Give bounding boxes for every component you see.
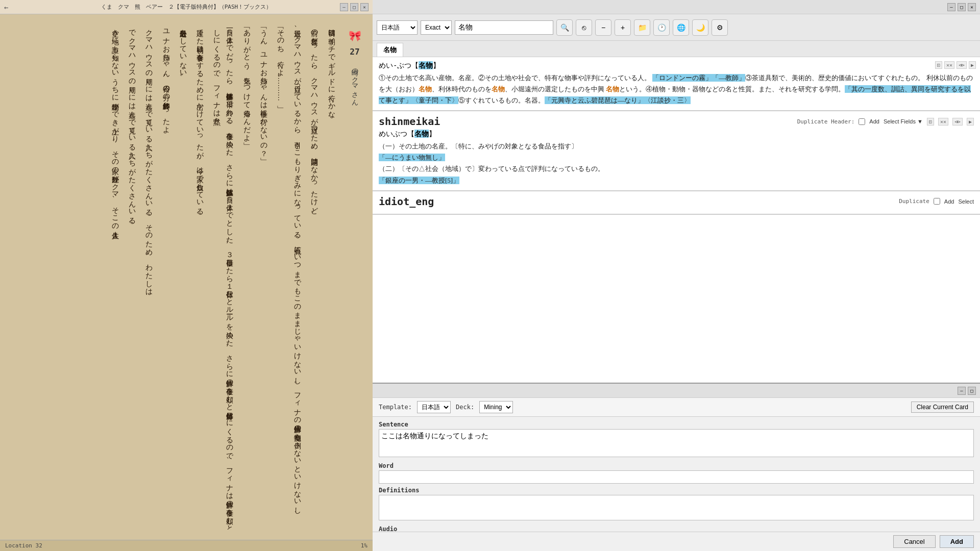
ebook-panel: ← くま クマ 熊 ベアー ２【電子版特典付】（PASH！ブックス） — □ ✕…: [0, 0, 373, 551]
entry2-header: shinmeikai Duplicate Header: Add Select …: [379, 115, 974, 128]
search-bar: 日本語 Exact 🔍 ⎋ − + 📁 🕐 🌐 🌙 ⚙: [373, 14, 980, 41]
entry1-icon1[interactable]: ⊡: [935, 61, 942, 69]
entry1-controls: ⊡ ✕✕ ⊲⊳ ▶: [935, 61, 976, 69]
entry2-reading: めいぶつ【名物】: [379, 130, 974, 139]
language-select[interactable]: 日本語: [377, 20, 418, 35]
bookmark-icon[interactable]: 🎀: [349, 30, 361, 42]
entry2-dict-name: shinmeikai: [379, 115, 440, 128]
anki-titlebar: — □: [373, 384, 980, 398]
dict-entry-3: idiot_eng Duplicate Add Select: [373, 191, 980, 215]
entry3-dict-name: idiot_eng: [379, 195, 434, 208]
add-button[interactable]: Add: [940, 535, 974, 548]
dict-close-button[interactable]: ✕: [968, 3, 976, 11]
zoom-out-button[interactable]: −: [595, 19, 611, 36]
ebook-status-bar: Location 32 1%: [0, 540, 373, 551]
ebook-content: 明日は朝イチでギルドに行くかな。 前の世界だったら、クマハウスが目立つため、問題…: [0, 14, 373, 540]
template-label: Template:: [379, 404, 412, 411]
cancel-button[interactable]: Cancel: [893, 535, 935, 548]
duplicate-header-checkbox[interactable]: [859, 118, 865, 125]
anki-minimize-button[interactable]: —: [958, 387, 966, 395]
page-number: 27: [350, 47, 359, 57]
definitions-field-label: Definitions: [379, 487, 974, 494]
entry2-icon3[interactable]: ⊲⊳: [952, 118, 963, 126]
entry1-reading: めい-ぶつ【名物】: [379, 61, 974, 70]
dictionary-panel: — □ ✕ 日本語 Exact 🔍 ⎋ − + 📁 🕐 🌐 🌙 ⚙ 名物 ⊡ ✕…: [373, 0, 980, 551]
word-field-label: Word: [379, 462, 974, 469]
entry2-select-fields-button[interactable]: Select Fields ▼: [884, 118, 923, 124]
dict-maximize-button[interactable]: □: [958, 3, 966, 11]
entry3-add-button[interactable]: Add: [944, 198, 954, 205]
entry1-icon4[interactable]: ▶: [969, 61, 976, 69]
anki-header: Template: 日本語 Deck: Mining Clear Current…: [373, 398, 980, 417]
dict-results: ⊡ ✕✕ ⊲⊳ ▶ めい-ぶつ【名物】 ①その土地で名高い産物。名産。②その土地…: [373, 57, 980, 383]
anki-maximize-button[interactable]: □: [968, 387, 976, 395]
page-gutter: 🎀 27 噂のクマさん: [342, 24, 368, 530]
anki-panel: — □ Template: 日本語 Deck: Mining Clear Cur…: [373, 383, 980, 551]
sentence-field-label: Sentence: [379, 421, 974, 428]
sentence-field-input[interactable]: ここは<span style="background:#87ceeb;">名物<…: [379, 429, 974, 457]
zoom-in-button[interactable]: +: [615, 19, 631, 36]
entry1-icon3[interactable]: ⊲⊳: [957, 61, 967, 69]
deck-select[interactable]: Mining: [479, 401, 513, 413]
anki-footer: Cancel Add: [373, 532, 980, 551]
word-field-group: Word: [379, 462, 974, 484]
clear-card-button[interactable]: Clear Current Card: [911, 402, 974, 413]
search-input[interactable]: [455, 20, 553, 35]
word-field-input[interactable]: [379, 470, 974, 484]
book-text: 明日は朝イチでギルドに行くかな。 前の世界だったら、クマハウスが目立つため、問題…: [5, 24, 342, 530]
match-type-select[interactable]: Exact: [421, 20, 452, 35]
dict-entry-1: ⊡ ✕✕ ⊲⊳ ▶ めい-ぶつ【名物】 ①その土地で名高い産物。名産。②その土地…: [373, 57, 980, 111]
close-button[interactable]: ✕: [360, 3, 369, 11]
definitions-field-input[interactable]: [379, 495, 974, 520]
entry2-icon4[interactable]: ▶: [967, 118, 974, 126]
global-button[interactable]: 🌐: [673, 19, 689, 36]
search-button[interactable]: 🔍: [556, 19, 573, 36]
anki-fields: Sentence ここは<span style="background:#87c…: [373, 417, 980, 532]
entry3-header: idiot_eng Duplicate Add Select: [379, 195, 974, 208]
audio-field-label: Audio: [379, 525, 974, 532]
entry2-icon2[interactable]: ✕✕: [938, 118, 948, 126]
entry2-icon1[interactable]: ⊡: [927, 118, 934, 126]
back-button[interactable]: ←: [4, 3, 8, 11]
ebook-titlebar: ← くま クマ 熊 ベアー ２【電子版特典付】（PASH！ブックス） — □ ✕: [0, 0, 373, 14]
entry2-controls: Duplicate Header: Add Select Fields ▼ ⊡ …: [797, 118, 974, 126]
deck-label: Deck:: [456, 404, 474, 411]
ebook-window-controls: — □ ✕: [340, 3, 369, 11]
tab-meibutsu[interactable]: 名物: [377, 43, 403, 57]
maximize-button[interactable]: □: [350, 3, 358, 11]
sentence-field-group: Sentence ここは<span style="background:#87c…: [379, 421, 974, 459]
entry2-content: （一）その土地の名産。〔特に、みやげの対象となる食品を指す〕 「—にうまい物無し…: [379, 141, 974, 186]
clear-search-button[interactable]: ⎋: [576, 19, 592, 36]
dict-minimize-button[interactable]: —: [947, 3, 955, 11]
history-button[interactable]: 🕐: [653, 19, 670, 36]
duplicate-header-label: Duplicate Header:: [797, 118, 855, 125]
dict-titlebar: — □ ✕: [373, 0, 980, 14]
folder-button[interactable]: 📁: [634, 19, 650, 36]
minimize-button[interactable]: —: [340, 3, 348, 11]
chapter-label: 噂のクマさん: [350, 64, 359, 103]
entry1-icon2[interactable]: ✕✕: [944, 61, 954, 69]
night-mode-button[interactable]: 🌙: [692, 19, 708, 36]
entry3-duplicate-checkbox[interactable]: [934, 198, 940, 205]
entry3-duplicate-label: Duplicate: [899, 198, 929, 205]
entry3-controls: Duplicate Add Select: [899, 198, 974, 205]
definitions-field-group: Definitions: [379, 487, 974, 522]
entry2-add-button[interactable]: Add: [869, 118, 879, 124]
location-indicator: Location 32: [5, 542, 42, 549]
template-select[interactable]: 日本語: [417, 401, 451, 413]
dict-entry-2: shinmeikai Duplicate Header: Add Select …: [373, 111, 980, 191]
entry1-content: ①その土地で名高い産物。名産。②その土地や社会で、特有な物事や評判になっている人…: [379, 72, 974, 106]
ebook-title: くま クマ 熊 ベアー ２【電子版特典付】（PASH！ブックス）: [101, 3, 272, 11]
entry3-select-button[interactable]: Select: [958, 198, 974, 205]
dict-tabs: 名物: [373, 41, 980, 57]
settings-button[interactable]: ⚙: [712, 19, 728, 36]
audio-field-group: Audio No Audio Selected: [379, 525, 974, 532]
progress-indicator: 1%: [361, 542, 368, 549]
